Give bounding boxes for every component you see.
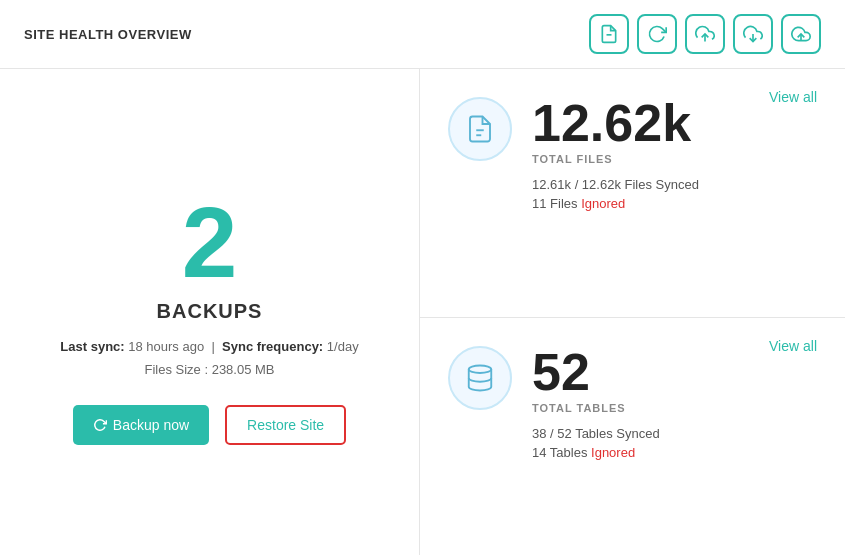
files-ignored: 11 Files Ignored (532, 196, 817, 211)
backup-now-button[interactable]: Backup now (73, 405, 209, 445)
tables-type: TOTAL TABLES (532, 402, 817, 414)
files-info: 12.62k TOTAL FILES 12.61k / 12.62k Files… (532, 97, 817, 211)
tables-synced: 38 / 52 Tables Synced (532, 426, 817, 441)
files-size-value: 238.05 MB (212, 362, 275, 377)
upload-icon (695, 24, 715, 44)
files-icon (465, 114, 495, 144)
backup-refresh-icon (93, 418, 107, 432)
restore-site-button[interactable]: Restore Site (225, 405, 346, 445)
header: SITE HEALTH OVERVIEW (0, 0, 845, 69)
last-sync-label: Last sync: (60, 339, 124, 354)
sync-freq-label: Sync frequency: (222, 339, 323, 354)
last-sync-value: 18 hours ago (128, 339, 204, 354)
files-size: Files Size : 238.05 MB (144, 362, 274, 377)
svg-point-6 (469, 366, 492, 374)
backup-label: BACKUPS (157, 300, 263, 323)
sync-freq-value: 1/day (327, 339, 359, 354)
tables-ignored-word: Ignored (591, 445, 635, 460)
page-title: SITE HEALTH OVERVIEW (24, 27, 192, 42)
download-icon-button[interactable] (733, 14, 773, 54)
cloud-icon (791, 24, 811, 44)
refresh-icon (647, 24, 667, 44)
files-ignored-word: Ignored (581, 196, 625, 211)
upload-icon-button[interactable] (685, 14, 725, 54)
file-icon-button[interactable] (589, 14, 629, 54)
tables-icon-circle (448, 346, 512, 410)
cloud-icon-button[interactable] (781, 14, 821, 54)
tables-view-all-link[interactable]: View all (769, 338, 817, 354)
action-buttons: Backup now Restore Site (73, 405, 346, 445)
refresh-icon-button[interactable] (637, 14, 677, 54)
file-icon (599, 24, 619, 44)
right-panel: View all 12.62k TOTAL FILES 12.61k / 12.… (420, 69, 845, 555)
files-ignored-prefix: 11 Files (532, 196, 578, 211)
files-section: View all 12.62k TOTAL FILES 12.61k / 12.… (420, 69, 845, 318)
tables-icon (465, 363, 495, 393)
tables-ignored: 14 Tables Ignored (532, 445, 817, 460)
backup-now-label: Backup now (113, 417, 189, 433)
files-stats-content: 12.62k TOTAL FILES 12.61k / 12.62k Files… (448, 97, 817, 211)
tables-info: 52 TOTAL TABLES 38 / 52 Tables Synced 14… (532, 346, 817, 460)
backup-count: 2 (182, 192, 238, 292)
divider: | (211, 339, 214, 354)
header-icon-group (589, 14, 821, 54)
main-content: 2 BACKUPS Last sync: 18 hours ago | Sync… (0, 69, 845, 555)
tables-ignored-prefix: 14 Tables (532, 445, 587, 460)
tables-stats-content: 52 TOTAL TABLES 38 / 52 Tables Synced 14… (448, 346, 817, 460)
left-panel: 2 BACKUPS Last sync: 18 hours ago | Sync… (0, 69, 420, 555)
tables-section: View all 52 TOTAL TABLES 38 / 52 Tables … (420, 318, 845, 555)
files-view-all-link[interactable]: View all (769, 89, 817, 105)
restore-site-label: Restore Site (247, 417, 324, 433)
backup-meta: Last sync: 18 hours ago | Sync frequency… (60, 339, 358, 354)
download-icon (743, 24, 763, 44)
files-icon-circle (448, 97, 512, 161)
files-size-label: Files Size : (144, 362, 208, 377)
files-type: TOTAL FILES (532, 153, 817, 165)
files-synced: 12.61k / 12.62k Files Synced (532, 177, 817, 192)
